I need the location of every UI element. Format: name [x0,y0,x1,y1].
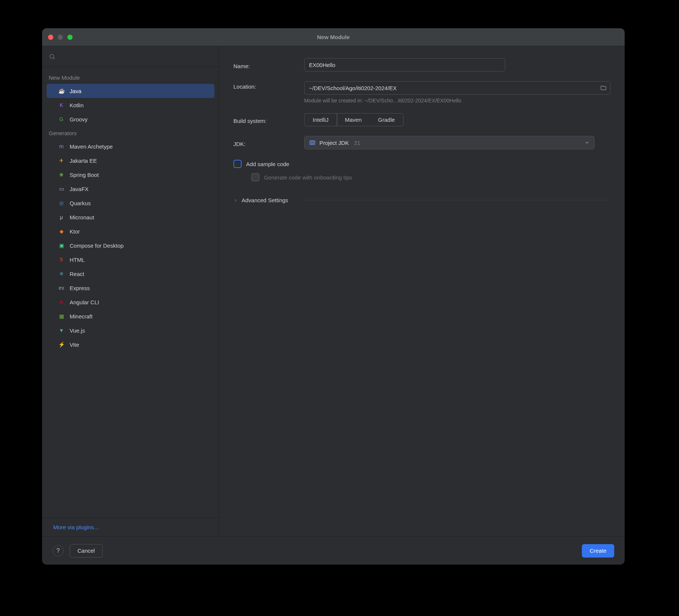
dialog-footer: ? Cancel Create [42,536,625,565]
spring-icon: ❀ [58,171,65,178]
sidebar-item-groovy[interactable]: GGroovy [47,112,214,126]
sidebar-item-maven-archetype[interactable]: mMaven Archetype [47,139,214,153]
window-controls [48,35,73,40]
sidebar-item-label: JavaFX [70,186,89,192]
minecraft-icon: ▦ [58,312,65,320]
name-label: Name: [233,61,304,69]
sidebar-section-header: New Module [42,71,219,84]
close-window-button[interactable] [48,35,53,40]
angular-icon: A [58,298,65,306]
sidebar-item-label: HTML [70,257,85,263]
build-system-option-intellij[interactable]: IntelliJ [304,113,337,126]
sidebar-item-compose-for-desktop[interactable]: ▣Compose for Desktop [47,238,214,253]
sidebar-item-label: React [70,271,84,277]
sidebar-item-vite[interactable]: ⚡Vite [47,337,214,352]
sidebar-item-vue-js[interactable]: ▼Vue.js [47,323,214,337]
build-system-option-gradle[interactable]: Gradle [370,114,403,126]
sidebar-item-jakarta-ee[interactable]: ✈Jakarta EE [47,153,214,168]
groovy-icon: G [58,115,65,123]
sidebar-item-kotlin[interactable]: KKotlin [47,98,214,112]
build-system-segmented: IntelliJMavenGradle [304,113,404,126]
sidebar-item-label: Kotlin [70,102,84,108]
project-jdk-icon [309,139,316,146]
minimize-window-button[interactable] [58,35,63,40]
sidebar-item-label: Groovy [70,116,87,123]
add-sample-code-checkbox[interactable] [233,160,242,168]
sidebar-item-label: Jakarta EE [70,158,97,164]
sidebar-item-angular-cli[interactable]: AAngular CLI [47,295,214,309]
sidebar-item-java[interactable]: ☕Java [47,84,214,98]
add-sample-code-row[interactable]: Add sample code [233,160,611,168]
location-input[interactable] [304,81,611,95]
browse-folder-icon[interactable] [599,85,608,91]
onboarding-tips-checkbox [251,173,259,181]
cancel-button[interactable]: Cancel [70,544,103,558]
jakarta-icon: ✈ [58,157,65,164]
kotlin-icon: K [58,101,65,109]
sidebar-more-plugins[interactable]: More via plugins… [42,518,219,536]
micronaut-icon: μ [58,213,65,221]
sidebar-item-label: Vue.js [70,327,85,334]
dialog-title: New Module [317,34,350,40]
sidebar-item-ktor[interactable]: ◆Ktor [47,224,214,238]
location-label: Location: [233,81,304,90]
sidebar-item-label: Ktor [70,228,80,235]
svg-line-1 [53,58,54,59]
sidebar-item-label: Maven Archetype [70,143,113,150]
chevron-down-icon [584,140,590,145]
onboarding-tips-label: Generate code with onboarding tips [264,174,352,181]
add-sample-code-label: Add sample code [246,161,289,167]
new-module-dialog: New Module New Module☕JavaKKotlinGGroovy… [42,28,625,565]
build-system-label: Build system: [233,115,304,124]
java-icon: ☕ [58,87,65,95]
svg-rect-2 [310,141,315,145]
location-hint: Module will be created in: ~/DEV/Scho…it… [304,98,611,104]
express-icon: ex [58,284,65,292]
search-icon [49,53,55,60]
sidebar-item-label: Spring Boot [70,172,99,178]
advanced-settings-label: Advanced Settings [242,197,288,203]
sidebar-item-minecraft[interactable]: ▦Minecraft [47,309,214,323]
sidebar-item-html[interactable]: 5HTML [47,253,214,267]
compose-icon: ▣ [58,242,65,249]
sidebar-item-label: Vite [70,342,79,348]
sidebar-section-header: Generators [42,126,219,139]
svg-rect-3 [311,142,314,144]
javafx-icon: ▭ [58,185,65,193]
react-icon: ⚛ [58,270,65,277]
jdk-value: Project JDK [319,140,349,146]
zoom-window-button[interactable] [67,35,73,40]
advanced-settings-toggle[interactable]: Advanced Settings [233,193,288,208]
titlebar: New Module [42,28,625,46]
sidebar-item-label: Express [70,285,90,291]
jdk-select[interactable]: Project JDK 21 [304,136,594,149]
quarkus-icon: ◎ [58,199,65,207]
sidebar: New Module☕JavaKKotlinGGroovyGeneratorsm… [42,46,219,536]
sidebar-item-spring-boot[interactable]: ❀Spring Boot [47,168,214,182]
name-input[interactable] [304,58,505,72]
advanced-settings-divider [303,200,611,200]
sidebar-item-micronaut[interactable]: μMicronaut [47,210,214,224]
help-button[interactable]: ? [52,545,64,556]
form-panel: Name: Location: Module will be created i… [219,46,625,536]
build-system-option-maven[interactable]: Maven [337,114,370,126]
maven-icon: m [58,143,65,150]
sidebar-item-label: Quarkus [70,200,91,206]
ktor-icon: ◆ [58,228,65,235]
html-icon: 5 [58,256,65,263]
sidebar-search[interactable] [42,46,219,67]
sidebar-item-label: Angular CLI [70,299,99,305]
jdk-version: 21 [354,140,360,146]
sidebar-item-quarkus[interactable]: ◎Quarkus [47,196,214,210]
sidebar-item-express[interactable]: exExpress [47,281,214,295]
svg-point-0 [50,54,54,58]
sidebar-item-react[interactable]: ⚛React [47,267,214,281]
vue-icon: ▼ [58,327,65,334]
sidebar-item-javafx[interactable]: ▭JavaFX [47,182,214,196]
jdk-label: JDK: [233,139,304,147]
sidebar-item-label: Java [70,88,82,94]
sidebar-item-label: Minecraft [70,313,93,320]
vite-icon: ⚡ [58,341,65,348]
more-plugins-link[interactable]: More via plugins… [53,524,99,530]
create-button[interactable]: Create [582,544,614,558]
